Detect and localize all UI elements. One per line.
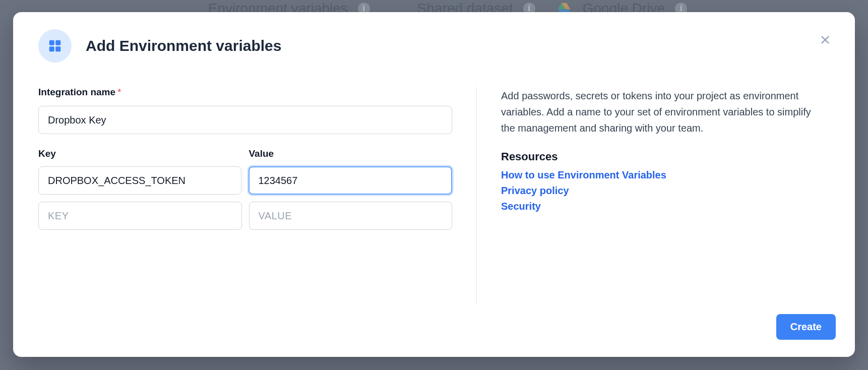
svg-rect-1 xyxy=(55,40,60,45)
kv-row xyxy=(38,202,452,230)
modal-icon xyxy=(38,29,72,63)
svg-rect-0 xyxy=(49,40,54,45)
modal-title: Add Environment variables xyxy=(86,37,281,54)
create-button[interactable]: Create xyxy=(776,314,836,340)
resources-heading: Resources xyxy=(501,150,825,163)
info-column: Add passwords, secrets or tokens into yo… xyxy=(501,87,830,305)
label-text: Integration name xyxy=(38,87,115,97)
required-asterisk: * xyxy=(117,87,121,97)
add-env-vars-modal: Add Environment variables Integration na… xyxy=(13,12,855,357)
modal-body: Integration name* Key Value Add password… xyxy=(13,63,855,305)
svg-rect-3 xyxy=(55,46,60,51)
key-column-label: Key xyxy=(38,148,242,159)
key-input-empty[interactable] xyxy=(38,202,242,230)
value-input[interactable] xyxy=(249,166,453,195)
resource-link-security[interactable]: Security xyxy=(501,201,825,212)
value-input-empty[interactable] xyxy=(249,202,453,230)
close-button[interactable] xyxy=(818,32,833,47)
resource-link-howto[interactable]: How to use Environment Variables xyxy=(501,169,825,181)
value-column-label: Value xyxy=(249,148,453,159)
integration-name-label: Integration name* xyxy=(38,87,452,98)
modal-header: Add Environment variables xyxy=(13,12,855,63)
kv-row xyxy=(38,166,452,195)
svg-rect-2 xyxy=(49,46,54,51)
resource-link-privacy[interactable]: Privacy policy xyxy=(501,185,825,197)
key-input[interactable] xyxy=(38,166,241,195)
integration-name-input[interactable] xyxy=(38,106,452,134)
form-column: Integration name* Key Value xyxy=(38,87,477,305)
modal-footer: Create xyxy=(13,305,855,357)
info-description: Add passwords, secrets or tokens into yo… xyxy=(501,88,825,136)
